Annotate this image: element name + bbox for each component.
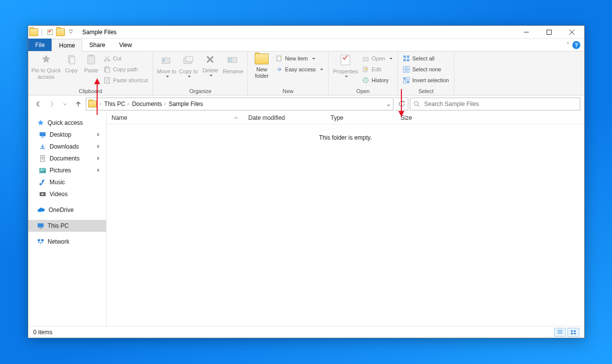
rename-label: Rename	[223, 68, 244, 75]
navitem-music[interactable]: Music	[28, 176, 106, 188]
empty-folder-message: This folder is empty.	[107, 124, 584, 326]
svg-rect-25	[403, 66, 406, 69]
copy-label: Copy	[65, 67, 78, 74]
svg-rect-1	[547, 30, 552, 34]
svg-rect-24	[407, 59, 409, 61]
nav-videos-label: Videos	[50, 191, 67, 198]
move-to-button[interactable]: Move to	[156, 52, 177, 78]
ribbon: Pin to Quick access Copy Paste Cut	[28, 52, 584, 96]
ribbon-tabs: File Home Share View ˄ ?	[28, 39, 584, 52]
copy-to-button[interactable]: Copy to	[178, 52, 199, 78]
group-clipboard: Pin to Quick access Copy Paste Cut	[28, 52, 153, 95]
pin-icon	[95, 168, 101, 173]
forward-button[interactable]	[46, 98, 57, 110]
qat-newfolder-icon[interactable]	[56, 28, 65, 37]
address-dropdown-icon[interactable]: ⌄	[386, 101, 391, 107]
view-large-icons-button[interactable]	[567, 328, 579, 337]
pin-to-quick-access-button[interactable]: Pin to Quick access	[31, 52, 61, 80]
select-all-button[interactable]: Select all	[401, 53, 451, 63]
svg-rect-0	[48, 30, 53, 35]
copy-button[interactable]: Copy	[62, 52, 81, 74]
svg-rect-28	[407, 70, 409, 72]
svg-rect-21	[403, 55, 406, 58]
svg-rect-47	[574, 333, 576, 334]
navitem-downloads[interactable]: Downloads	[28, 141, 106, 153]
paste-shortcut-button[interactable]: Paste shortcut	[102, 75, 150, 85]
star-icon	[37, 119, 44, 126]
history-button[interactable]: History	[360, 75, 394, 85]
tab-file[interactable]: File	[28, 39, 52, 51]
search-box[interactable]	[410, 98, 580, 110]
help-icon[interactable]: ?	[572, 41, 580, 49]
group-new: New folder New item Easy access New	[248, 52, 329, 95]
address-bar[interactable]: › This PC› Documents› Sample Files ⌄	[86, 98, 393, 110]
select-none-label: Select none	[412, 66, 441, 72]
select-none-button[interactable]: Select none	[401, 64, 451, 74]
paste-button[interactable]: Paste	[82, 52, 101, 74]
search-icon	[413, 101, 420, 107]
annotation-arrow	[398, 111, 404, 120]
maximize-button[interactable]	[538, 26, 560, 38]
group-organize-label: Organize	[156, 88, 244, 95]
edit-button[interactable]: Edit	[360, 64, 394, 74]
tab-share[interactable]: Share	[82, 39, 112, 51]
navitem-documents[interactable]: Documents	[28, 153, 106, 164]
nav-documents-label: Documents	[50, 155, 80, 162]
group-select: Select all Select none Invert selection …	[398, 52, 454, 95]
close-button[interactable]	[560, 26, 583, 38]
new-item-button[interactable]: New item	[274, 53, 325, 63]
invert-selection-button[interactable]: Invert selection	[401, 75, 451, 85]
col-name[interactable]: Name	[107, 114, 243, 121]
svg-rect-36	[41, 156, 45, 161]
svg-rect-27	[403, 70, 406, 72]
navitem-onedrive[interactable]: OneDrive	[28, 204, 106, 216]
properties-button[interactable]: Properties	[332, 52, 359, 78]
delete-button[interactable]: Delete	[200, 52, 221, 77]
navitem-network[interactable]: Network	[28, 236, 106, 248]
collapse-ribbon-icon[interactable]: ˄	[566, 42, 569, 49]
crumb-documents[interactable]: Documents›	[132, 101, 167, 107]
tab-view[interactable]: View	[112, 39, 139, 51]
paste-label: Paste	[84, 67, 98, 74]
select-all-label: Select all	[412, 55, 435, 61]
move-to-label: Move to	[157, 68, 176, 75]
cut-button[interactable]: Cut	[102, 53, 150, 63]
content-pane: Name Date modified Type Size This folder…	[107, 112, 584, 326]
recent-locations-button[interactable]	[59, 98, 71, 110]
group-select-label: Select	[401, 88, 451, 95]
svg-rect-40	[38, 223, 44, 227]
view-details-button[interactable]	[554, 328, 566, 337]
window-icon[interactable]	[29, 28, 38, 37]
body: Quick access Desktop Downloads Documents	[28, 112, 584, 326]
crumb-this-pc[interactable]: This PC›	[104, 101, 130, 107]
copy-path-button[interactable]: Copy path	[102, 64, 150, 74]
crumb-separator[interactable]: ›	[99, 101, 102, 106]
navitem-pictures[interactable]: Pictures	[28, 164, 106, 176]
back-button[interactable]	[32, 98, 44, 110]
col-type[interactable]: Type	[326, 114, 395, 121]
svg-rect-4	[88, 55, 95, 64]
tab-home[interactable]: Home	[52, 39, 82, 52]
up-button[interactable]	[72, 98, 84, 110]
nav-pictures-label: Pictures	[50, 167, 71, 174]
easy-access-button[interactable]: Easy access	[274, 64, 325, 74]
navitem-quick-access[interactable]: Quick access	[28, 117, 106, 129]
open-button[interactable]: Open	[360, 53, 394, 63]
navitem-videos[interactable]: Videos	[28, 188, 106, 200]
new-folder-label: New folder	[251, 66, 273, 79]
minimize-button[interactable]	[515, 26, 538, 38]
crumb-sample-files[interactable]: Sample Files	[168, 101, 203, 107]
svg-rect-35	[42, 137, 44, 138]
navigation-pane: Quick access Desktop Downloads Documents	[28, 112, 107, 326]
navitem-desktop[interactable]: Desktop	[28, 129, 106, 141]
qat-properties-icon[interactable]	[46, 28, 55, 37]
svg-rect-34	[40, 132, 46, 136]
qat-customize-icon[interactable]	[66, 28, 75, 37]
col-date[interactable]: Date modified	[243, 114, 326, 121]
pc-icon	[37, 222, 44, 229]
rename-button[interactable]: Rename	[222, 52, 244, 75]
new-folder-button[interactable]: New folder	[251, 52, 273, 79]
search-input[interactable]	[423, 100, 577, 108]
svg-rect-26	[407, 66, 409, 69]
navitem-this-pc[interactable]: This PC	[28, 220, 106, 232]
